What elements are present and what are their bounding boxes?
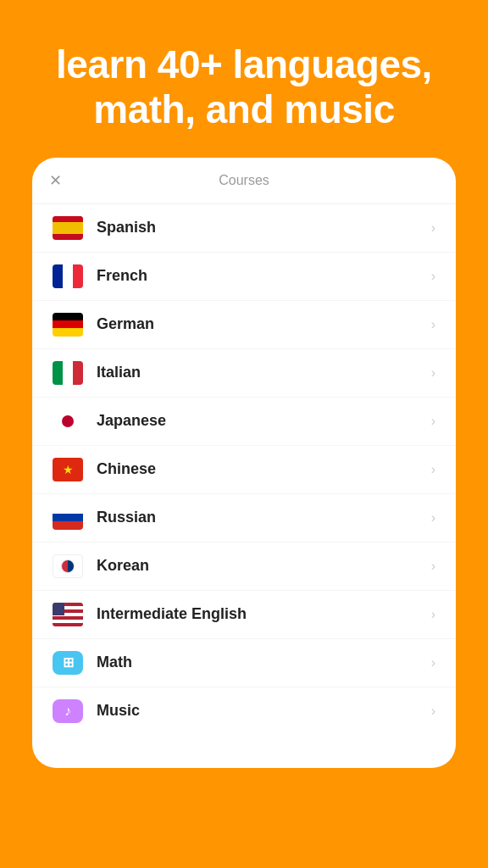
chevron-icon-english: ›	[431, 607, 435, 622]
flag-german	[53, 313, 83, 337]
flag-italian	[53, 361, 83, 385]
course-name-german: German	[97, 315, 431, 333]
course-item-spanish[interactable]: Spanish ›	[32, 204, 456, 253]
math-symbol-icon: ⊞	[63, 654, 74, 670]
chevron-icon-french: ›	[431, 269, 435, 284]
course-name-korean: Korean	[97, 557, 431, 575]
chevron-icon-russian: ›	[431, 510, 435, 526]
flag-japanese	[53, 409, 83, 433]
chevron-icon-spanish: ›	[431, 220, 435, 236]
course-name-english: Intermediate English	[97, 605, 431, 623]
course-item-korean[interactable]: Korean ›	[32, 542, 456, 591]
courses-title: Courses	[219, 173, 269, 188]
course-item-russian[interactable]: Russian ›	[32, 494, 456, 542]
chevron-icon-german: ›	[431, 317, 435, 332]
chevron-icon-chinese: ›	[431, 462, 435, 477]
music-note-icon: ♪	[64, 704, 71, 719]
course-name-french: French	[97, 267, 431, 285]
chevron-icon-music: ›	[431, 704, 435, 719]
close-icon[interactable]: ✕	[49, 171, 62, 190]
flag-russian	[53, 506, 83, 530]
course-name-japanese: Japanese	[97, 412, 431, 430]
course-name-math: Math	[97, 654, 431, 671]
flag-spanish	[53, 216, 83, 240]
flag-music: ♪	[53, 699, 83, 723]
hero-text: learn 40+ languages, math, and music	[0, 0, 488, 158]
course-name-chinese: Chinese	[97, 460, 431, 478]
chevron-icon-japanese: ›	[431, 414, 435, 429]
course-name-music: Music	[97, 702, 431, 720]
flag-math: ⊞	[53, 651, 83, 675]
course-name-spanish: Spanish	[97, 219, 431, 236]
hero-section: learn 40+ languages, math, and music	[0, 0, 488, 158]
course-item-german[interactable]: German ›	[32, 301, 456, 349]
course-item-chinese[interactable]: ★ Chinese ›	[32, 446, 456, 494]
course-item-french[interactable]: French ›	[32, 253, 456, 301]
course-item-math[interactable]: ⊞ Math ›	[32, 639, 456, 687]
chevron-icon-italian: ›	[431, 365, 435, 381]
course-name-italian: Italian	[97, 364, 431, 381]
flag-korean	[53, 554, 83, 578]
course-item-italian[interactable]: Italian ›	[32, 349, 456, 398]
chevron-icon-korean: ›	[431, 559, 435, 574]
flag-english	[53, 603, 83, 626]
course-item-japanese[interactable]: Japanese ›	[32, 398, 456, 446]
course-item-english[interactable]: Intermediate English ›	[32, 591, 456, 639]
flag-chinese: ★	[53, 458, 83, 481]
card-header: ✕ Courses	[32, 158, 456, 204]
flag-french	[53, 264, 83, 288]
chevron-icon-math: ›	[431, 655, 435, 670]
courses-list: Spanish › French › German ›	[32, 204, 456, 764]
course-item-music[interactable]: ♪ Music ›	[32, 687, 456, 735]
course-name-russian: Russian	[97, 509, 431, 526]
courses-card: ✕ Courses Spanish › French ›	[32, 158, 456, 768]
